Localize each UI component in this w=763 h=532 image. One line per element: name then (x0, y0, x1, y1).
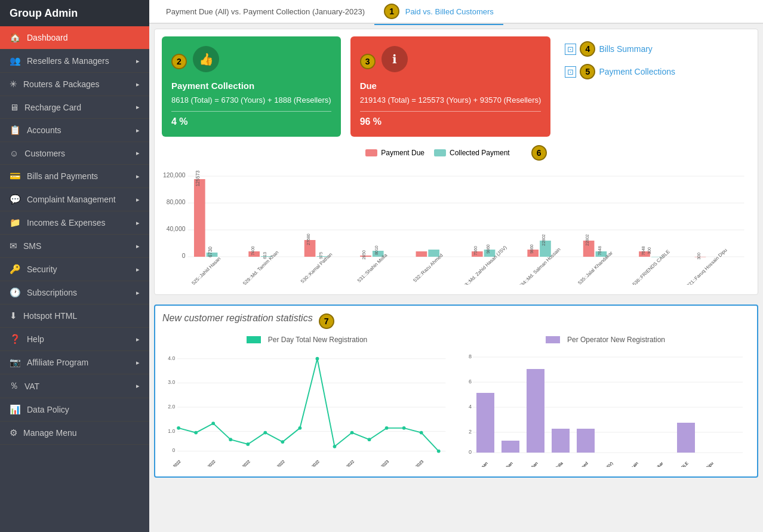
badge-6: 6 (531, 145, 547, 161)
sidebar: Group Admin 🏠 Dashboard 👥 Resellers & Ma… (0, 0, 149, 532)
svg-text:530::Kamal Pathan: 530::Kamal Pathan (510, 460, 539, 466)
thumbs-up-icon: 👍 (193, 46, 219, 72)
chevron-icon: ▸ (136, 127, 140, 134)
sidebar-item-label: Manage Menu (23, 428, 77, 438)
bills-summary-icon: ⊡ (565, 44, 576, 55)
sidebar-item-help[interactable]: ❓ Help ▸ (0, 328, 149, 351)
svg-text:8010: 8010 (374, 245, 379, 255)
bar-chart: 120,000 80,000 40,000 0 125573 6730 525:… (162, 165, 750, 287)
svg-point-69 (263, 430, 267, 434)
sidebar-item-subscriptions[interactable]: 🕐 Subscriptions ▸ (0, 281, 149, 305)
chevron-icon: ▸ (136, 266, 140, 273)
svg-text:531::Shahin Molla: 531::Shahin Molla (356, 252, 389, 283)
svg-text:9860: 9860 (486, 244, 491, 254)
svg-rect-98 (476, 393, 494, 453)
summary-links: ⊡ 4 Bills Summary ⊡ 5 Payment Collection… (560, 36, 680, 84)
sidebar-item-dashboard[interactable]: 🏠 Dashboard (0, 26, 149, 50)
sidebar-item-affiliate[interactable]: 📷 Affiliate Program ▸ (0, 351, 149, 374)
svg-text:300: 300 (697, 253, 702, 260)
svg-text:7360: 7360 (473, 246, 478, 256)
svg-text:6730: 6730 (208, 246, 213, 257)
legend-collected-color (434, 149, 446, 156)
sidebar-item-sms[interactable]: ✉ SMS ▸ (0, 235, 149, 258)
sidebar-item-vat[interactable]: ％ VAT ▸ (0, 374, 149, 398)
sms-icon: ✉ (10, 241, 17, 251)
svg-text:529::Md. Tamim Khan: 529::Md. Tamim Khan (242, 250, 279, 285)
svg-text:7648: 7648 (598, 246, 602, 256)
chevron-icon: ▸ (136, 242, 140, 250)
info-icon: ℹ (382, 46, 408, 72)
svg-text:1.0: 1.0 (168, 428, 175, 433)
bar-chart-svg: 120,000 80,000 40,000 0 125573 6730 525:… (162, 165, 750, 285)
sidebar-item-label: Subscriptions (27, 288, 77, 297)
due-value: 219143 (Total) = 125573 (Yours) + 93570 … (360, 94, 542, 106)
managemenu-icon: ⚙ (10, 428, 17, 438)
sidebar-item-label: Routers & Packages (23, 79, 100, 89)
sidebar-item-bills[interactable]: 💳 Bills and Payments ▸ (0, 165, 149, 188)
svg-text:27680: 27680 (306, 233, 311, 245)
badge-3: 3 (360, 54, 376, 69)
affiliate-icon: 📷 (10, 357, 21, 368)
sidebar-item-customers[interactable]: ☺ Customers ▸ (0, 142, 149, 165)
tab-paid-billed[interactable]: 1 Paid vs. Billed Customers (374, 0, 503, 25)
datapolicy-icon: 📊 (10, 404, 21, 415)
svg-point-79 (437, 449, 441, 453)
subscriptions-icon: 🕐 (10, 287, 21, 298)
sidebar-item-label: Customers (24, 149, 65, 158)
sidebar-item-resellers[interactable]: 👥 Resellers & Managers ▸ (0, 50, 149, 73)
svg-text:17-12-2022: 17-12-2022 (233, 459, 251, 466)
sidebar-item-complaint[interactable]: 💬 Complaint Management ▸ (0, 188, 149, 211)
legend-due: Payment Due (365, 145, 424, 161)
bills-icon: 💳 (10, 171, 21, 182)
svg-text:09-12-2022: 09-12-2022 (164, 459, 181, 466)
sidebar-item-managemenu[interactable]: ⚙ Manage Menu (0, 422, 149, 445)
svg-rect-103 (677, 423, 695, 453)
sidebar-item-label: Security (27, 265, 57, 274)
svg-point-72 (316, 356, 319, 360)
sidebar-item-accounts[interactable]: 📋 Accounts ▸ (0, 119, 149, 142)
sidebar-item-label: VAT (24, 382, 39, 391)
svg-rect-100 (527, 369, 544, 453)
svg-point-76 (385, 426, 389, 429)
svg-text:534::Md. Salman Hossain: 534::Md. Salman Hossain (518, 247, 562, 285)
svg-point-77 (402, 426, 406, 429)
svg-text:120,000: 120,000 (163, 172, 186, 179)
sidebar-item-datapolicy[interactable]: 📊 Data Policy (0, 398, 149, 422)
resellers-icon: 👥 (10, 56, 21, 66)
svg-point-68 (246, 442, 250, 446)
svg-text:7648: 7648 (641, 246, 645, 256)
main-content: Payment Due (All) vs. Payment Collection… (149, 0, 763, 532)
svg-text:80,000: 80,000 (167, 199, 186, 205)
sidebar-item-recharge[interactable]: 🖥 Recharge Card ▸ (0, 96, 149, 119)
chevron-icon: ▸ (136, 359, 140, 367)
collection-title: Payment Collection (171, 81, 331, 91)
sidebar-item-incomes[interactable]: 📁 Incomes & Expenses ▸ (0, 211, 149, 235)
sidebar-item-routers[interactable]: ✳ Routers & Packages ▸ (0, 73, 149, 96)
sidebar-item-hotspot[interactable]: ⬇ Hotspot HTML (0, 305, 149, 328)
sidebar-header: Group Admin (0, 0, 149, 26)
sidebar-item-label: Hotspot HTML (23, 311, 77, 321)
operator-chart-svg: 8 6 4 2 0 (461, 348, 750, 467)
svg-point-66 (211, 422, 215, 425)
svg-text:22802: 22802 (585, 234, 590, 245)
svg-point-74 (350, 430, 354, 434)
chevron-icon: ▸ (136, 149, 140, 157)
payment-collections-link[interactable]: ⊡ 5 Payment Collections (565, 64, 675, 79)
tab-paid-billed-label: Paid vs. Billed Customers (405, 7, 494, 16)
sidebar-item-security[interactable]: 🔑 Security ▸ (0, 258, 149, 281)
incomes-icon: 📁 (10, 217, 21, 228)
tab-payment-due[interactable]: Payment Due (All) vs. Payment Collection… (156, 2, 374, 22)
sidebar-item-label: Incomes & Expenses (27, 218, 106, 227)
accounts-icon: 📋 (10, 125, 21, 136)
svg-text:0: 0 (172, 447, 175, 453)
line-chart-title: Per Day Total New Registration (162, 336, 451, 344)
chevron-icon: ▸ (136, 219, 140, 227)
legend-due-label: Payment Due (381, 149, 424, 157)
svg-text:533::Md. Zahid Hasan (JSV): 533::Md. Zahid Hasan (JSV) (460, 244, 508, 284)
bills-summary-link[interactable]: ⊡ 4 Bills Summary (565, 41, 675, 57)
svg-text:2850: 2850 (362, 250, 367, 260)
svg-text:21-12-2022: 21-12-2022 (268, 459, 286, 466)
collection-value: 8618 (Total) = 6730 (Yours) + 1888 (Rese… (171, 94, 331, 106)
svg-rect-8 (194, 179, 205, 257)
svg-text:22802: 22802 (542, 234, 546, 245)
